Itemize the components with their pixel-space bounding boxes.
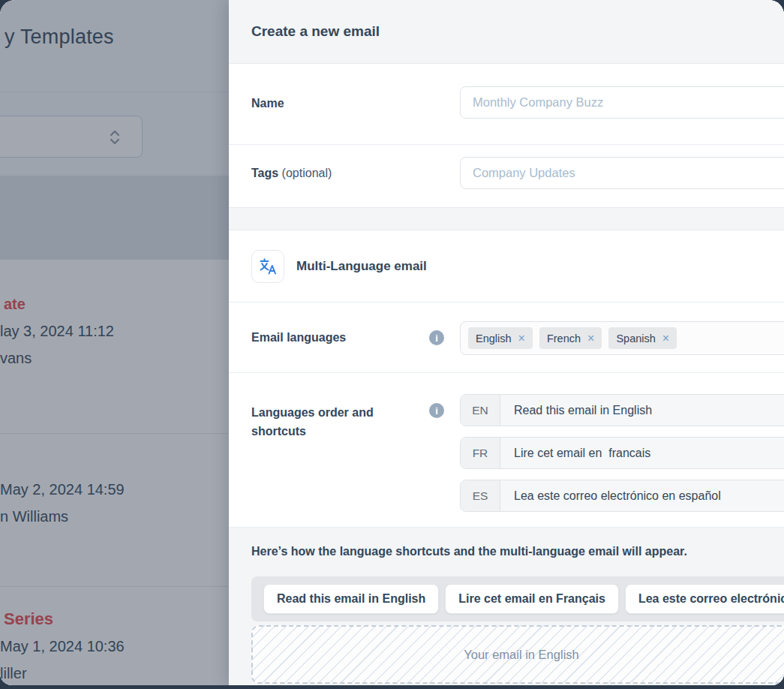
languages-order-label: Languages order and shortcuts	[251, 403, 374, 441]
preview-intro-text: Here’s how the language shortcuts and th…	[251, 545, 687, 558]
name-row: Name	[229, 64, 784, 145]
preview-button-spanish[interactable]: Lea este correo electrónico en español	[625, 584, 784, 614]
languages-order-row: Languages order and shortcuts i EN Read …	[229, 373, 784, 528]
preview-section: Here’s how the language shortcuts and th…	[229, 528, 784, 685]
tags-row: Tags (optional)	[229, 145, 784, 208]
language-chip: French ×	[539, 327, 602, 349]
info-icon[interactable]: i	[429, 403, 444, 418]
remove-language-icon[interactable]: ×	[518, 332, 525, 344]
section-spacer	[229, 208, 784, 230]
name-label: Name	[251, 97, 284, 110]
shortcut-text-input[interactable]: Lire cet email en francais	[500, 438, 784, 468]
shortcut-inputs: EN Read this email in English FR Lire ce…	[460, 394, 784, 512]
language-code: EN	[461, 395, 500, 426]
tags-optional-label: (optional)	[282, 167, 332, 179]
preview-button-french[interactable]: Lire cet email en Français	[445, 584, 619, 614]
tags-input[interactable]	[460, 157, 784, 189]
shortcut-text-input[interactable]: Read this email in English	[500, 395, 784, 426]
translate-icon-box	[251, 250, 284, 283]
multi-language-title: Multi-Language email	[296, 259, 427, 274]
shortcut-row-en: EN Read this email in English	[460, 394, 784, 426]
languages-multiselect[interactable]: English × French × Spanish ×	[460, 321, 784, 355]
language-code: ES	[461, 480, 500, 511]
tags-label: Tags (optional)	[251, 167, 332, 180]
email-body-placeholder: Your email in English	[251, 625, 784, 684]
email-languages-row: Email languages i English × French × Spa…	[229, 302, 784, 373]
preview-button-english[interactable]: Read this email in English	[263, 584, 439, 614]
modal-backdrop-overlay	[0, 0, 229, 685]
preview-shortcut-bar: Read this email in English Lire cet emai…	[251, 576, 784, 621]
remove-language-icon[interactable]: ×	[662, 332, 669, 344]
translate-icon	[259, 257, 277, 275]
name-input[interactable]	[460, 86, 784, 119]
background-page: y Templates ate lay 3, 2024 11:12 vans M…	[0, 0, 229, 685]
email-body-placeholder-text: Your email in English	[464, 648, 578, 662]
shortcut-row-fr: FR Lire cet email en francais	[460, 437, 784, 469]
modal-title: Create a new email	[251, 23, 380, 40]
app-window: y Templates ate lay 3, 2024 11:12 vans M…	[0, 0, 784, 685]
language-chip: English ×	[468, 327, 533, 349]
modal-header: Create a new email	[229, 0, 784, 64]
email-languages-label: Email languages	[251, 331, 346, 344]
shortcut-row-es: ES Lea este correo electrónico en españo…	[460, 480, 784, 512]
create-email-modal: Create a new email Name Tags (optional)	[229, 0, 784, 685]
language-code: FR	[461, 438, 500, 468]
shortcut-text-input[interactable]: Lea este correo electrónico en español	[500, 480, 784, 511]
info-icon[interactable]: i	[429, 330, 444, 345]
multi-language-row: Multi-Language email	[229, 230, 784, 302]
remove-language-icon[interactable]: ×	[587, 332, 594, 344]
language-chip: Spanish ×	[608, 327, 677, 349]
